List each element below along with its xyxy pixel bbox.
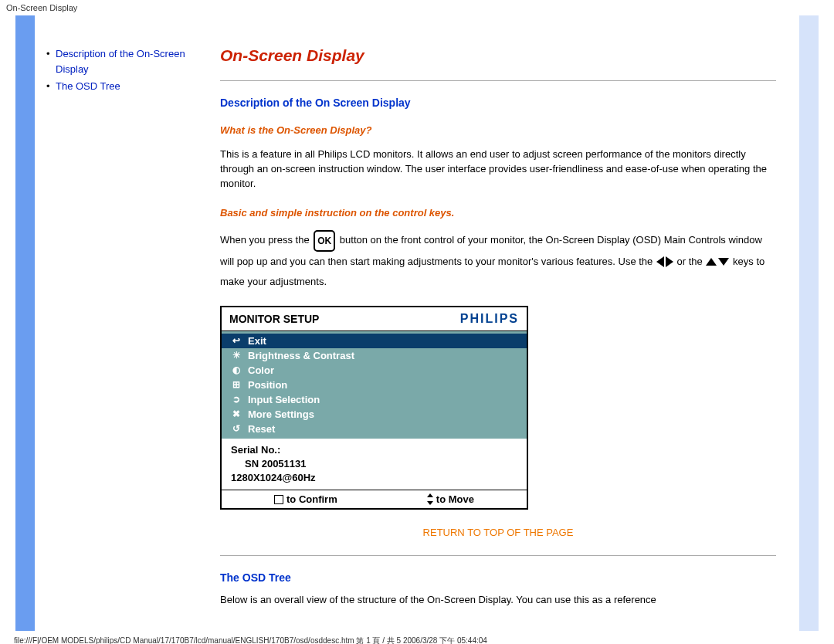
osd-item-icon: ↺ — [231, 423, 242, 434]
osd-item-label: Input Selection — [248, 394, 320, 405]
osd-menu-item: ☀Brightness & Contrast — [222, 348, 527, 363]
osd-item-icon: ◐ — [231, 364, 242, 375]
osd-item-icon: ⊞ — [231, 379, 242, 390]
arrow-down-icon — [718, 258, 729, 266]
confirm-icon — [274, 495, 283, 504]
sidebar-link-description[interactable]: Description of the On-Screen Display — [56, 48, 185, 75]
arrow-right-icon — [666, 256, 673, 267]
paragraph-control-keys: When you press the OK button on the fron… — [220, 230, 776, 292]
osd-status-block: Serial No.: SN 20051131 1280X1024@60Hz — [222, 439, 527, 490]
divider — [220, 80, 776, 81]
main-content: On-Screen Display Description of the On … — [197, 15, 799, 631]
osd-item-label: Brightness & Contrast — [248, 350, 354, 361]
osd-item-icon: ↩ — [231, 335, 242, 346]
osd-header: MONITOR SETUP PHILIPS — [222, 307, 527, 331]
move-label: to Move — [436, 493, 474, 505]
move-hint: to Move — [427, 493, 474, 505]
osd-item-icon: ☀ — [231, 350, 242, 361]
confirm-label: to Confirm — [286, 493, 337, 505]
return-to-top-link[interactable]: RETURN TO TOP OF THE PAGE — [423, 527, 574, 538]
text-part-c: or the — [677, 256, 706, 267]
arrow-up-icon — [706, 258, 717, 266]
paragraph-osd-tree: Below is an overall view of the structur… — [220, 593, 776, 608]
osd-menu-item: ✖More Settings — [222, 407, 527, 422]
osd-item-icon: ✖ — [231, 408, 242, 419]
osd-footer: to Confirm to Move — [222, 490, 527, 508]
return-to-top[interactable]: RETURN TO TOP OF THE PAGE — [220, 527, 776, 538]
divider — [220, 555, 776, 556]
left-decorative-stripe — [15, 15, 35, 631]
osd-menu-item: ⊞Position — [222, 378, 527, 392]
confirm-hint: to Confirm — [274, 493, 337, 505]
sidebar-item-osd-tree[interactable]: The OSD Tree — [46, 79, 189, 94]
move-icon — [427, 493, 433, 505]
osd-item-icon: ➲ — [231, 394, 242, 405]
osd-menu-item: ◐Color — [222, 363, 527, 378]
osd-screenshot: MONITOR SETUP PHILIPS ↩Exit☀Brightness &… — [220, 306, 528, 510]
osd-menu-item: ↺Reset — [222, 422, 527, 436]
osd-menu-item: ➲Input Selection — [222, 392, 527, 407]
osd-item-label: Color — [248, 364, 274, 376]
osd-menu-item: ↩Exit — [222, 334, 527, 348]
resolution-value: 1280X1024@60Hz — [231, 471, 517, 485]
text-part-a: When you press the — [220, 234, 312, 246]
osd-menu-list: ↩Exit☀Brightness & Contrast◐Color⊞Positi… — [222, 331, 527, 439]
serial-value: SN 20051131 — [231, 457, 517, 471]
osd-item-label: Position — [248, 379, 287, 391]
osd-item-label: More Settings — [248, 408, 314, 420]
section-heading-description: Description of the On Screen Display — [220, 97, 776, 109]
sidebar-link-osd-tree[interactable]: The OSD Tree — [56, 80, 120, 92]
subheading-what-is-osd: What is the On-Screen Display? — [220, 124, 776, 136]
brand-logo: PHILIPS — [460, 312, 519, 326]
arrow-left-icon — [656, 256, 664, 267]
osd-item-label: Exit — [248, 335, 266, 347]
sidebar-item-description[interactable]: Description of the On-Screen Display — [46, 46, 189, 76]
section-heading-osd-tree: The OSD Tree — [220, 571, 776, 584]
osd-item-label: Reset — [248, 423, 275, 435]
browser-title: On-Screen Display — [0, 0, 834, 15]
footer-file-path: file:///F|/OEM MODELS/philips/CD Manual/… — [0, 631, 834, 644]
paragraph-osd-desc: This is a feature in all Philips LCD mon… — [220, 147, 776, 192]
ok-button-icon: OK — [314, 230, 335, 252]
osd-header-title: MONITOR SETUP — [229, 313, 319, 325]
serial-label: Serial No.: — [231, 443, 517, 457]
subheading-basic-instruction: Basic and simple instruction on the cont… — [220, 207, 776, 219]
right-decorative-stripe — [799, 15, 819, 631]
page-title: On-Screen Display — [220, 46, 776, 65]
sidebar-nav: Description of the On-Screen Display The… — [35, 15, 197, 631]
page-wrap: Description of the On-Screen Display The… — [15, 15, 819, 631]
